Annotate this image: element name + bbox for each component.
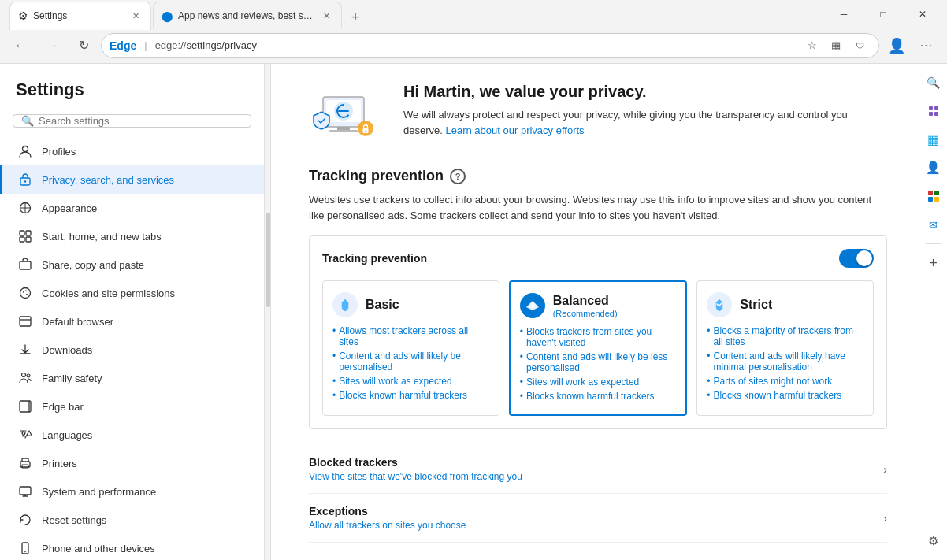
svg-rect-6 [20, 237, 24, 242]
browser-content: Settings 🔍 Profiles Priva [0, 64, 947, 560]
sidebar-item-default-browser[interactable]: Default browser [0, 307, 264, 336]
privacy-efforts-link[interactable]: Learn about our privacy efforts [446, 124, 585, 136]
back-button[interactable]: ← [6, 32, 35, 60]
sidebar-item-label-family: Family safety [42, 373, 102, 384]
sidebar-item-label-start-home: Start, home, and new tabs [42, 231, 162, 243]
svg-point-0 [23, 146, 28, 152]
basic-card-header: Basic [332, 292, 489, 317]
sidebar-item-appearance[interactable]: Appearance [0, 194, 264, 222]
sidebar-item-family[interactable]: Family safety [0, 364, 264, 392]
sidebar-item-label-reset: Reset settings [42, 514, 106, 526]
close-button[interactable]: ✕ [904, 0, 941, 28]
settings-sidebar: Settings 🔍 Profiles Priva [0, 64, 265, 560]
address-bar[interactable]: Edge | edge://settings/privacy ☆ ▦ 🛡 [101, 33, 879, 58]
tracking-options-row: Basic Allows most trackers across all si… [322, 280, 874, 416]
sidebar-profile-button[interactable]: 👤 [921, 155, 946, 180]
svg-rect-36 [928, 191, 933, 195]
tracking-option-strict[interactable]: Strict Blocks a majority of trackers fro… [696, 280, 874, 416]
basic-feature-1: Allows most trackers across all sites [332, 324, 489, 349]
toggle-knob [856, 250, 872, 266]
sidebar-item-downloads[interactable]: Downloads [0, 336, 264, 364]
balanced-feature-2: Content and ads will likely be less pers… [520, 350, 677, 375]
tracking-box-label: Tracking prevention [322, 252, 427, 265]
sidebar-item-reset[interactable]: Reset settings [0, 506, 264, 534]
help-icon[interactable]: ? [450, 169, 466, 184]
sidebar-item-label-languages: Languages [42, 429, 92, 441]
sidebar-item-edgebar[interactable]: Edge bar [0, 392, 264, 421]
search-box[interactable]: 🔍 [13, 114, 251, 128]
section-title-tracking: Tracking prevention ? [309, 168, 887, 184]
sidebar-item-cookies[interactable]: Cookies and site permissions [0, 279, 264, 307]
more-options-button[interactable]: ··· [912, 32, 941, 60]
sidebar-item-languages[interactable]: Languages [0, 421, 264, 449]
settings-tab-icon: ⚙ [18, 9, 28, 22]
collections-button[interactable]: ▦ [825, 35, 847, 57]
title-bar: ⚙ Settings ✕ ⬤ App news and reviews, bes… [0, 0, 947, 28]
sidebar-item-phone[interactable]: Phone and other devices [0, 534, 264, 560]
profile-icon-button[interactable]: 🛡 [849, 35, 871, 57]
sidebar-extensions-button[interactable] [921, 98, 946, 124]
sidebar-item-system[interactable]: System and performance [0, 477, 264, 506]
hero-title: Hi Martin, we value your privacy. [403, 83, 887, 101]
sidebar-scrollbar[interactable] [265, 64, 271, 560]
sidebar-item-label-default-browser: Default browser [42, 316, 113, 328]
svg-rect-34 [929, 112, 933, 116]
tracking-toggle[interactable] [839, 249, 874, 268]
news-tab-close[interactable]: ✕ [319, 9, 333, 23]
svg-point-15 [27, 374, 30, 377]
balanced-card-subtitle: (Recommended) [553, 309, 618, 318]
balanced-card-header: Balanced (Recommended) [520, 293, 677, 318]
sidebar-search-button[interactable]: 🔍 [921, 70, 946, 95]
browser-toolbar: ← → ↻ Edge | edge://settings/privacy ☆ ▦… [0, 28, 947, 64]
sidebar-item-share[interactable]: Share, copy and paste [0, 250, 264, 279]
tracking-option-balanced[interactable]: Balanced (Recommended) Blocks trackers f… [509, 280, 688, 416]
minimize-button[interactable]: ─ [826, 0, 862, 28]
strict-features: Blocks a majority of trackers from all s… [707, 324, 863, 402]
svg-rect-19 [20, 487, 31, 495]
svg-point-30 [365, 131, 366, 132]
svg-point-2 [24, 180, 26, 182]
strict-icon [707, 292, 732, 317]
sidebar-settings-button[interactable]: ⚙ [921, 528, 946, 554]
svg-rect-32 [929, 106, 933, 110]
address-text: edge://settings/privacy [155, 39, 797, 51]
user-profile-button[interactable]: 👤 [882, 32, 911, 60]
forward-button[interactable]: → [38, 32, 66, 60]
sidebar-item-label-share: Share, copy and paste [42, 259, 144, 271]
svg-point-12 [25, 290, 26, 291]
settings-nav: Profiles Privacy, search, and services A… [0, 137, 264, 560]
basic-feature-4: Blocks known harmful trackers [332, 388, 489, 402]
scrollbar-thumb[interactable] [266, 213, 270, 307]
hero-image [309, 83, 388, 146]
blocked-trackers-chevron: › [883, 463, 887, 476]
new-tab-button[interactable]: + [344, 6, 367, 30]
tab-bar: ⚙ Settings ✕ ⬤ App news and reviews, bes… [6, 0, 823, 30]
reset-icon [18, 513, 32, 527]
refresh-button[interactable]: ↻ [69, 32, 98, 60]
sidebar-item-start-home[interactable]: Start, home, and new tabs [0, 222, 264, 250]
sidebar-item-profiles[interactable]: Profiles [0, 137, 264, 165]
exceptions-chevron: › [883, 512, 887, 525]
settings-tab-close[interactable]: ✕ [128, 9, 143, 23]
balanced-icon [520, 293, 545, 318]
favorites-button[interactable]: ☆ [801, 35, 823, 57]
blocked-trackers-item[interactable]: Blocked trackers View the sites that we'… [309, 445, 887, 494]
default-browser-icon [18, 314, 32, 328]
tracking-box-header: Tracking prevention [322, 249, 874, 268]
tracking-option-basic[interactable]: Basic Allows most trackers across all si… [322, 280, 499, 416]
blocked-trackers-title: Blocked trackers [309, 456, 522, 469]
sidebar-outlook-button[interactable]: ✉ [921, 212, 946, 237]
search-input[interactable] [39, 115, 243, 127]
exceptions-item[interactable]: Exceptions Allow all trackers on sites y… [309, 494, 887, 543]
sidebar-collections-button[interactable]: ▦ [921, 127, 946, 152]
tab-news[interactable]: ⬤ App news and reviews, best soft… ✕ [153, 2, 342, 30]
downloads-icon [18, 343, 32, 357]
sidebar-item-printers[interactable]: Printers [0, 449, 264, 477]
strict-feature-2: Content and ads will likely have minimal… [707, 349, 863, 374]
sidebar-add-button[interactable]: + [921, 250, 946, 276]
sidebar-item-label-printers: Printers [42, 458, 77, 469]
maximize-button[interactable]: □ [865, 0, 901, 28]
tab-settings[interactable]: ⚙ Settings ✕ [9, 2, 151, 30]
sidebar-item-privacy[interactable]: Privacy, search, and services [0, 165, 264, 194]
sidebar-office-button[interactable] [921, 184, 946, 209]
